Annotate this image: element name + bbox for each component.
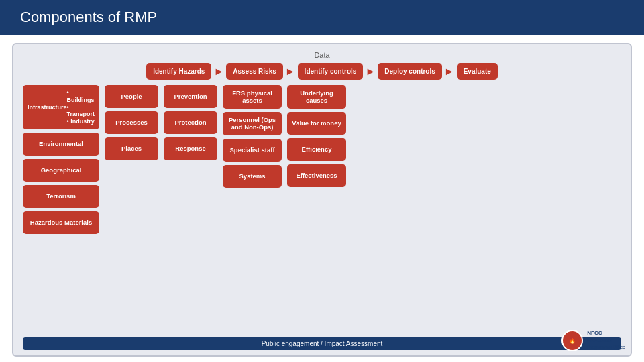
flow-identify-hazards: Identify Hazards: [146, 63, 211, 80]
processes-box: Processes: [105, 111, 158, 134]
logo-text: NFCC Fire ControlProgramme Office: [587, 330, 625, 351]
response-box: Response: [164, 137, 217, 160]
nfcc-logo-icon: 🔥: [561, 330, 583, 351]
slide-title: Components of RMP: [20, 9, 157, 26]
arrow4: ►: [444, 66, 455, 78]
effectiveness-box: Effectiveness: [287, 164, 346, 187]
value-for-money-box: Value for money: [287, 112, 346, 135]
places-box: Places: [105, 137, 158, 160]
systems-box: Systems: [223, 165, 282, 188]
flow-evaluate: Evaluate: [457, 63, 498, 80]
slide-header: Components of RMP: [0, 0, 644, 35]
slide: Components of RMP Data Identify Hazards …: [0, 0, 644, 362]
footer-text: Public engagement / Impact Assessment: [262, 340, 383, 347]
sub-columns: Infrastructure Buildings Transport Indus…: [23, 85, 621, 333]
controls-column: Prevention Protection Response: [164, 85, 217, 333]
underlying-causes-box: Underlying causes: [287, 85, 346, 109]
footer-bar: Public engagement / Impact Assessment: [23, 337, 621, 350]
people-box: People: [105, 85, 158, 108]
diagram-container: Data Identify Hazards ► Assess Risks ► I…: [12, 43, 632, 357]
flow-identify-controls: Identify controls: [298, 63, 364, 80]
efficiency-box: Efficiency: [287, 138, 346, 161]
arrow1: ►: [213, 66, 224, 78]
infrastructure-box: Infrastructure Buildings Transport Indus…: [23, 85, 99, 129]
hazardous-box: Hazardous Materials: [23, 211, 99, 234]
logo-area: 🔥 NFCC Fire ControlProgramme Office: [561, 330, 625, 351]
frs-box: FRS physical assets: [223, 85, 282, 109]
terrorism-box: Terrorism: [23, 185, 99, 208]
hazard-column: Infrastructure Buildings Transport Indus…: [23, 85, 99, 333]
deploy-column: FRS physical assets Personnel (Ops and N…: [223, 85, 282, 333]
flow-deploy-controls: Deploy controls: [378, 63, 442, 80]
protection-box: Protection: [164, 111, 217, 134]
slide-content: Data Identify Hazards ► Assess Risks ► I…: [0, 35, 644, 362]
arrow3: ►: [365, 66, 376, 78]
personnel-box: Personnel (Ops and Non-Ops): [223, 112, 282, 135]
arrow2: ►: [285, 66, 296, 78]
process-flow: Identify Hazards ► Assess Risks ► Identi…: [23, 63, 621, 80]
specialist-staff-box: Specialist staff: [223, 139, 282, 162]
environmental-box: Environmental: [23, 133, 99, 156]
geographical-box: Geographical: [23, 159, 99, 182]
prevention-box: Prevention: [164, 85, 217, 108]
evaluate-column: Underlying causes Value for money Effici…: [287, 85, 346, 333]
assess-column: People Processes Places: [105, 85, 158, 333]
flow-assess-risks: Assess Risks: [226, 63, 283, 80]
data-label: Data: [23, 51, 621, 59]
